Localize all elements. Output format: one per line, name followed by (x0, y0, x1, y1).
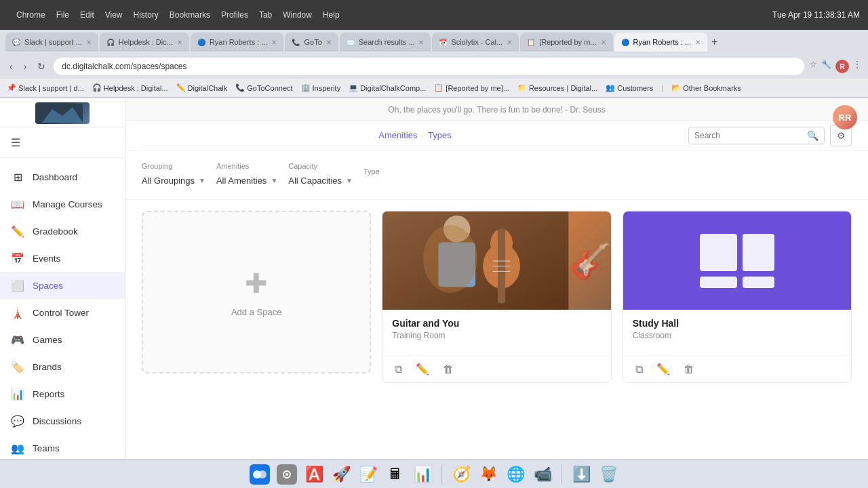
sidebar-item-gradebook[interactable]: ✏️ Gradebook (0, 218, 125, 245)
system-time: Tue Apr 19 11:38:31 AM (772, 10, 860, 20)
bookmark-goto[interactable]: 📞 GoToConnect (235, 83, 292, 92)
hamburger-icon[interactable]: ☰ (11, 136, 20, 149)
sidebar-item-games[interactable]: 🎮 Games (0, 326, 125, 353)
search-input[interactable] (694, 131, 803, 140)
bookmark-reported[interactable]: 📋 [Reported by me]... (434, 83, 509, 92)
tab-close-goto[interactable]: ✕ (326, 39, 332, 46)
dock-notes[interactable]: 📝 (357, 464, 379, 485)
bookmark-icon[interactable]: ☆ (810, 60, 817, 73)
extension-icon[interactable]: 🔧 (821, 60, 831, 73)
dock-finder[interactable] (249, 464, 271, 485)
help-menu[interactable]: Help (323, 10, 340, 20)
dock-trash[interactable]: 🗑️ (597, 464, 619, 485)
tab-close-slack[interactable]: ✕ (86, 39, 92, 46)
dock-chrome[interactable]: 🌐 (505, 464, 526, 485)
dock-safari[interactable]: 🧭 (450, 464, 472, 485)
dock-app-store[interactable]: 🅰️ (303, 464, 325, 485)
tab-close-sciolytix[interactable]: ✕ (507, 39, 512, 46)
app-area: ☰ ⊞ Dashboard 📖 Manage Courses ✏️ Gradeb… (0, 98, 868, 459)
sidebar-item-brands[interactable]: 🏷️ Brands (0, 353, 125, 380)
sidebar-item-spaces[interactable]: ⬜ Spaces (0, 272, 125, 299)
amenities-select[interactable]: All Amenities ▼ (216, 173, 277, 188)
dock-numbers[interactable]: 📊 (412, 464, 433, 485)
tab-ryan1[interactable]: 🔵 Ryan Roberts : ... ✕ (191, 33, 284, 52)
tab-ryan2[interactable]: 🔵 Ryan Roberts : ... ✕ (614, 33, 708, 52)
bookmark-resources[interactable]: 📁 Resources | Digital... (517, 83, 597, 92)
reload-button[interactable]: ↻ (35, 60, 48, 73)
tab-reported[interactable]: 📋 [Reported by m... ✕ (520, 33, 612, 52)
edit-menu[interactable]: Edit (80, 10, 94, 20)
card-add-space[interactable]: ✚ Add a Space (142, 211, 371, 373)
history-menu[interactable]: History (134, 10, 159, 20)
tab-sciolytix[interactable]: 📅 Sciolytix - Cal... ✕ (432, 33, 519, 52)
sidebar-item-reports[interactable]: 📊 Reports (0, 380, 125, 407)
tab-search[interactable]: ✉️ Search results ... ✕ (340, 33, 431, 52)
tab-close-helpdesk[interactable]: ✕ (177, 39, 182, 46)
tab-goto[interactable]: 📞 GoTo ✕ (285, 33, 338, 52)
bookmark-other[interactable]: 📂 Other Bookmarks (671, 83, 741, 92)
dock-calculator[interactable]: 🖩 (384, 464, 406, 485)
dock-system-prefs[interactable] (276, 464, 298, 485)
tab-menu[interactable]: Tab (259, 10, 272, 20)
bookmark-dc-comp[interactable]: 💻 DigitalChalkComp... (349, 83, 426, 92)
sidebar-item-dashboard[interactable]: ⊞ Dashboard (0, 163, 125, 190)
dock: 🅰️ 🚀 📝 🖩 📊 🧭 🦊 🌐 📹 ⬇️ 🗑️ (0, 459, 868, 488)
search-button[interactable]: 🔍 (807, 130, 818, 141)
user-avatar[interactable]: RR (833, 105, 857, 129)
guitar-copy-button[interactable]: ⧉ (392, 361, 405, 377)
breadcrumb-types[interactable]: Types (428, 130, 452, 140)
study-card-actions: ⧉ ✏️ 🗑 (623, 355, 851, 382)
bookmark-digitalchalk[interactable]: ✏️ DigitalChalk (176, 83, 228, 92)
tab-helpdesk[interactable]: 🎧 Helpdesk : Dic... ✕ (100, 33, 189, 52)
profile-icon[interactable]: R (835, 60, 849, 73)
window-menu[interactable]: Window (283, 10, 312, 20)
view-menu[interactable]: View (105, 10, 123, 20)
profiles-menu[interactable]: Profiles (221, 10, 248, 20)
menu-dots-icon[interactable]: ⋮ (853, 60, 861, 73)
new-tab-button[interactable]: + (709, 36, 720, 48)
amenities-arrow-icon: ▼ (271, 177, 277, 184)
back-button[interactable]: ‹ (7, 60, 16, 73)
card-study-hall[interactable]: Study Hall Classroom ⧉ ✏️ 🗑 (623, 211, 852, 383)
dock-downloads[interactable]: ⬇️ (570, 464, 592, 485)
grouping-select[interactable]: All Groupings ▼ (142, 173, 205, 188)
type-select[interactable] (363, 178, 380, 184)
file-menu[interactable]: File (56, 10, 69, 20)
tab-close-search[interactable]: ✕ (418, 39, 424, 46)
dock-zoom[interactable]: 📹 (532, 464, 553, 485)
sidebar-item-teams[interactable]: 👥 Teams (0, 434, 125, 459)
sidebar-label-brands: Brands (33, 362, 62, 372)
bookmark-helpdesk[interactable]: 🎧 Helpdesk : Digital... (92, 83, 168, 92)
guitar-delete-button[interactable]: 🗑 (440, 361, 456, 377)
guitar-edit-button[interactable]: ✏️ (413, 361, 432, 377)
study-edit-button[interactable]: ✏️ (654, 361, 673, 377)
forward-button[interactable]: › (21, 60, 30, 73)
sidebar-item-manage-courses[interactable]: 📖 Manage Courses (0, 190, 125, 218)
brands-icon: 🏷️ (11, 361, 24, 373)
tab-close-ryan2[interactable]: ✕ (695, 39, 701, 46)
tab-label-sciolytix: Sciolytix - Cal... (451, 38, 502, 46)
tab-close-reported[interactable]: ✕ (601, 39, 606, 46)
tab-close-ryan1[interactable]: ✕ (271, 39, 277, 46)
sidebar-item-control-tower[interactable]: 🗼 Control Tower (0, 299, 125, 326)
dock-firefox[interactable]: 🦊 (477, 464, 499, 485)
bookmark-slack[interactable]: 📌 Slack | support | d... (7, 83, 84, 92)
bookmark-customers[interactable]: 👥 Customers (606, 83, 653, 92)
bookmarks-menu[interactable]: Bookmarks (170, 10, 210, 20)
card-guitar[interactable]: Guitar and You Training Room ⧉ ✏️ 🗑 (382, 211, 611, 383)
teams-icon: 👥 (11, 442, 24, 455)
tab-label-search: Search results ... (359, 38, 415, 46)
guitar-card-image (382, 211, 610, 310)
sidebar-item-discussions[interactable]: 💬 Discussions (0, 407, 125, 434)
tab-slack[interactable]: 💬 Slack | support ... ✕ (5, 33, 98, 52)
capacity-select[interactable]: All Capacities ▼ (288, 173, 353, 188)
breadcrumb-amenities[interactable]: Amenities (378, 130, 417, 140)
dock-launchpad[interactable]: 🚀 (330, 464, 352, 485)
study-copy-button[interactable]: ⧉ (633, 361, 646, 377)
chrome-menu[interactable]: Chrome (16, 10, 45, 20)
study-delete-button[interactable]: 🗑 (681, 361, 697, 377)
bookmark-insperity[interactable]: 🏢 Insperity (301, 83, 341, 92)
url-input[interactable] (54, 58, 804, 75)
tab-favicon-helpdesk: 🎧 (106, 39, 115, 46)
sidebar-item-events[interactable]: 📅 Events (0, 245, 125, 272)
